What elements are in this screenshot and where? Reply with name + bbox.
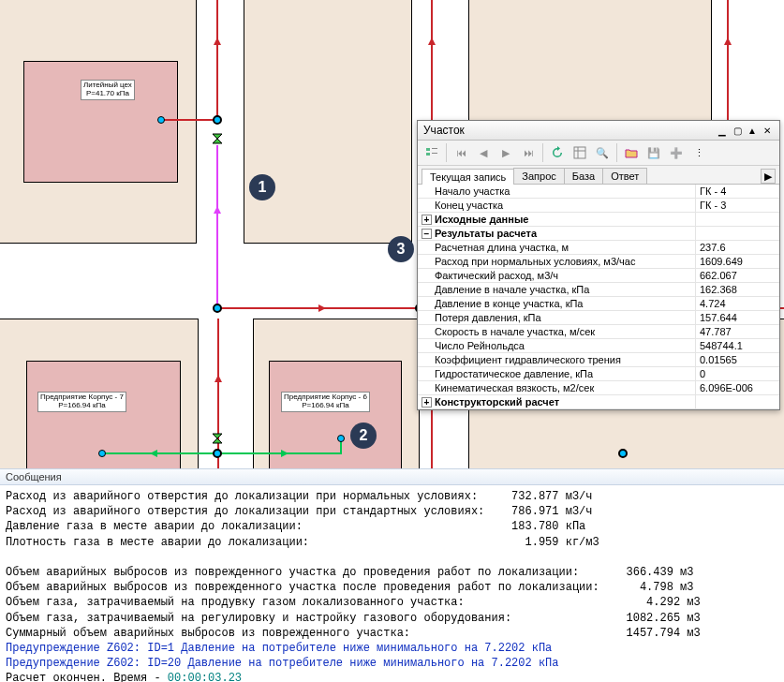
prop-key: Расход при нормальных условиях, м3/час xyxy=(418,255,695,268)
tab-query[interactable]: Запрос xyxy=(513,168,564,184)
pipe-node[interactable] xyxy=(618,449,628,458)
prop-value[interactable]: 548744.1 xyxy=(695,339,779,352)
collapse-icon[interactable]: ▲ xyxy=(746,124,759,137)
svg-marker-2 xyxy=(213,434,222,438)
log-line: Суммарный объем аварийных выбросов из по… xyxy=(6,627,701,640)
svg-marker-0 xyxy=(213,134,222,139)
group-header: Исходные данные xyxy=(435,214,528,225)
prop-value[interactable]: 4.724 xyxy=(695,297,779,310)
callout-3: 3 xyxy=(388,236,414,262)
table-icon[interactable] xyxy=(570,142,590,163)
maximize-icon[interactable]: ▢ xyxy=(731,124,744,137)
log-time: 00:00:03.23 xyxy=(168,672,242,682)
callout-2: 2 xyxy=(350,423,377,449)
prop-key: Давление в конце участка, кПа xyxy=(418,297,695,310)
prop-value[interactable]: ГК - 4 xyxy=(695,185,779,198)
tab-answer[interactable]: Ответ xyxy=(602,168,647,184)
messages-panel: Сообщения Расход из аварийного отверстия… xyxy=(0,468,784,682)
search-icon[interactable]: 🔍 xyxy=(592,142,613,163)
log-line: Плотность газа в месте аварии до локализ… xyxy=(6,536,599,549)
refresh-icon[interactable] xyxy=(547,142,568,163)
log-line: Объем газа, затрачиваемый на продувку га… xyxy=(6,596,701,609)
log-line: Давление газа в месте аварии до локализа… xyxy=(6,520,585,533)
prop-value[interactable]: 47.787 xyxy=(695,325,779,338)
prop-value[interactable]: 0.01565 xyxy=(695,353,779,366)
tab-scroll-right-icon[interactable]: ▶ xyxy=(761,169,776,184)
messages-body[interactable]: Расход из аварийного отверстия до локали… xyxy=(0,485,784,682)
svg-rect-9 xyxy=(432,153,437,154)
panel-title-text: Участок xyxy=(423,124,714,137)
properties-grid[interactable]: Начало участкаГК - 4 Конец участкаГК - 3… xyxy=(418,185,779,409)
prop-value[interactable]: 157.644 xyxy=(695,311,779,324)
valve-icon[interactable] xyxy=(212,433,223,444)
prop-key: Фактический расход, м3/ч xyxy=(418,269,695,282)
nav-next-icon[interactable]: ▶ xyxy=(496,142,516,163)
options-icon[interactable]: ⋮ xyxy=(688,142,709,163)
prop-key: Гидростатическое давление, кПа xyxy=(418,367,695,380)
log-warning: Предупреждение Z602: ID=1 Давление на по… xyxy=(6,642,552,655)
svg-marker-3 xyxy=(213,438,222,443)
prop-value[interactable]: 237.6 xyxy=(695,241,779,254)
svg-rect-10 xyxy=(574,147,585,158)
pipe-node[interactable] xyxy=(337,435,345,442)
pipe-node[interactable] xyxy=(98,450,106,457)
properties-panel[interactable]: Участок ▁ ▢ ▲ ✕ ⏮ ◀ ▶ ⏭ 🔍 💾 ➕ ⋮ Текущая … xyxy=(417,120,780,410)
log-line: Объем аварийных выбросов из поврежденног… xyxy=(6,581,694,594)
prop-key: Начало участка xyxy=(418,185,695,198)
minimize-icon[interactable]: ▁ xyxy=(716,124,729,137)
prop-key: Число Рейнольдса xyxy=(418,339,695,352)
callout-1: 1 xyxy=(249,174,275,200)
valve-icon[interactable] xyxy=(212,133,223,144)
group-header: Результаты расчета xyxy=(435,228,537,239)
prop-value[interactable]: ГК - 3 xyxy=(695,199,779,212)
nav-last-icon[interactable]: ⏭ xyxy=(518,142,539,163)
label-line: P=166.94 кПа xyxy=(40,402,124,410)
svg-rect-6 xyxy=(426,148,430,151)
expand-icon[interactable]: + xyxy=(422,397,432,408)
pipe-node[interactable] xyxy=(213,449,222,458)
prop-value[interactable]: 1609.649 xyxy=(695,255,779,268)
svg-rect-8 xyxy=(426,153,430,156)
pipe-node[interactable] xyxy=(213,115,222,125)
save-icon[interactable]: 💾 xyxy=(643,142,664,163)
map-canvas[interactable]: Литейный цех P=41.70 кПа Предприятие Кор… xyxy=(0,0,784,468)
label-line: P=41.70 кПа xyxy=(83,90,132,98)
prop-key: Конец участка xyxy=(418,199,695,212)
log-line: Расход из аварийного отверстия до локали… xyxy=(6,490,593,503)
close-icon[interactable]: ✕ xyxy=(761,124,774,137)
pipe-node[interactable] xyxy=(213,304,222,313)
tab-base[interactable]: База xyxy=(564,168,603,184)
building-label: Предприятие Корпус - 6 P=166.94 кПа xyxy=(281,392,370,412)
add-icon[interactable]: ➕ xyxy=(666,142,687,163)
nav-first-icon[interactable]: ⏮ xyxy=(451,142,471,163)
group-header: Конструкторский расчет xyxy=(435,396,559,408)
log-warning: Предупреждение Z602: ID=20 Давление на п… xyxy=(6,657,559,670)
nav-prev-icon[interactable]: ◀ xyxy=(473,142,494,163)
building-label: Предприятие Корпус - 7 P=166.94 кПа xyxy=(37,392,126,412)
messages-title[interactable]: Сообщения xyxy=(0,468,784,485)
panel-titlebar[interactable]: Участок ▁ ▢ ▲ ✕ xyxy=(418,121,779,141)
tab-current-record[interactable]: Текущая запись xyxy=(422,169,514,185)
building-label: Литейный цех P=41.70 кПа xyxy=(81,80,135,100)
collapse-icon[interactable]: − xyxy=(422,229,432,239)
svg-rect-7 xyxy=(432,148,437,149)
expand-icon[interactable]: + xyxy=(422,215,432,225)
log-line: Объем аварийных выбросов из поврежденног… xyxy=(6,566,694,579)
label-line: P=166.94 кПа xyxy=(284,402,367,410)
prop-key: Коэффициент гидравлического трения xyxy=(418,353,695,366)
list-view-icon[interactable] xyxy=(422,142,442,163)
log-line: Расчет окончен. Время - xyxy=(6,672,168,682)
prop-value[interactable]: 0 xyxy=(695,367,779,380)
prop-key: Давление в начале участка, кПа xyxy=(418,283,695,296)
prop-value[interactable]: 162.368 xyxy=(695,283,779,296)
prop-key: Расчетная длина участка, м xyxy=(418,241,695,254)
panel-toolbar: ⏮ ◀ ▶ ⏭ 🔍 💾 ➕ ⋮ xyxy=(418,141,779,166)
prop-key: Потеря давления, кПа xyxy=(418,311,695,324)
svg-marker-1 xyxy=(213,139,222,143)
folder-icon[interactable] xyxy=(621,142,642,163)
prop-value[interactable]: 6.096E-006 xyxy=(695,381,779,394)
prop-key: Скорость в начале участка, м/сек xyxy=(418,325,695,338)
pipe-node[interactable] xyxy=(157,116,165,124)
log-line: Расход из аварийного отверстия до локали… xyxy=(6,505,593,518)
prop-value[interactable]: 662.067 xyxy=(695,269,779,282)
